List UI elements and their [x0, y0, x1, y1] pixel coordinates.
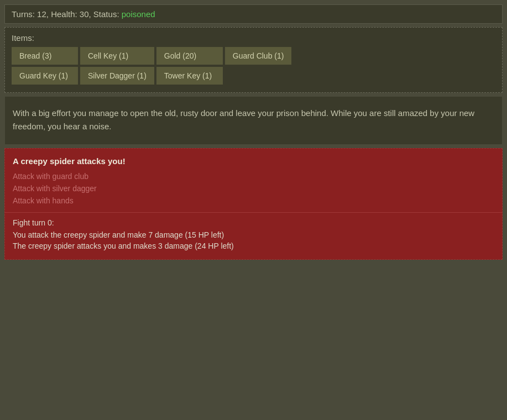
- combat-log-section: Fight turn 0: You attack the creepy spid…: [5, 213, 502, 259]
- item-guard-club[interactable]: Guard Club (1): [225, 47, 292, 65]
- combat-log-turn: Fight turn 0:: [13, 218, 494, 227]
- status-bar: Turns: 12, Health: 30, Status: poisoned: [4, 4, 503, 24]
- combat-action-silver-dagger[interactable]: Attack with silver dagger: [13, 182, 494, 195]
- items-panel: Items: Bread (3) Cell Key (1) Gold (20) …: [4, 27, 503, 93]
- item-gold[interactable]: Gold (20): [156, 47, 223, 65]
- combat-action-hands[interactable]: Attack with hands: [13, 195, 494, 207]
- combat-log-entry-1: The creepy spider attacks you and makes …: [13, 240, 494, 251]
- narrative-text: With a big effort you manage to open the…: [13, 108, 474, 131]
- combat-panel: A creepy spider attacks you! Attack with…: [4, 148, 503, 260]
- item-tower-key[interactable]: Tower Key (1): [156, 67, 223, 85]
- combat-action-guard-club[interactable]: Attack with guard club: [13, 170, 494, 182]
- app: Turns: 12, Health: 30, Status: poisoned …: [0, 0, 507, 420]
- item-guard-key[interactable]: Guard Key (1): [12, 67, 78, 85]
- item-cell-key[interactable]: Cell Key (1): [80, 47, 154, 65]
- combat-title: A creepy spider attacks you!: [13, 156, 494, 166]
- status-prefix: Turns: 12, Health: 30, Status:: [12, 9, 122, 19]
- narrative-panel: With a big effort you manage to open the…: [4, 96, 503, 145]
- items-label: Items:: [12, 33, 495, 43]
- combat-log-entry-0: You attack the creepy spider and make 7 …: [13, 229, 494, 240]
- items-grid: Bread (3) Cell Key (1) Gold (20) Guard C…: [12, 47, 291, 85]
- status-poisoned: poisoned: [122, 9, 155, 19]
- combat-attack-section: A creepy spider attacks you! Attack with…: [5, 149, 502, 212]
- item-silver-dagger[interactable]: Silver Dagger (1): [80, 67, 154, 85]
- item-bread[interactable]: Bread (3): [12, 47, 78, 65]
